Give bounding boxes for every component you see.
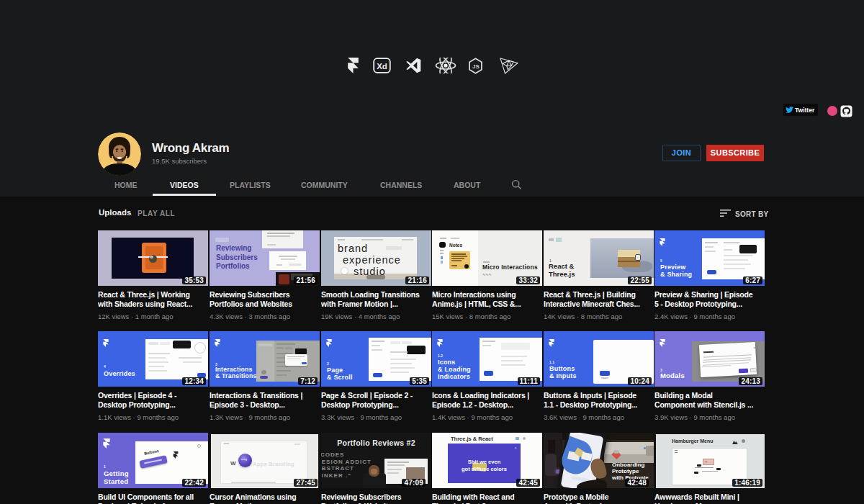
svg-text:JS: JS [472,63,480,70]
svg-text:Xd: Xd [377,62,387,71]
